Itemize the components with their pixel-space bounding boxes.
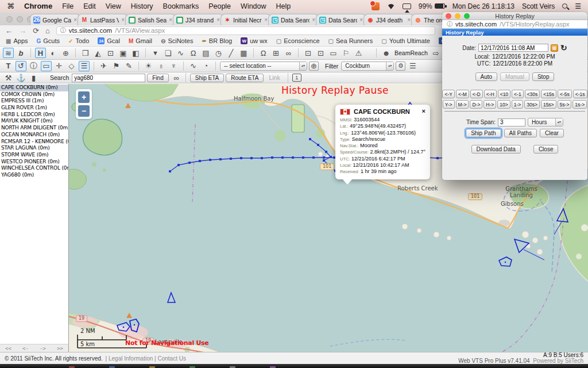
filter-settings-icon[interactable]: ⚙ xyxy=(396,62,405,71)
filter-select[interactable]: Cockburn▴▾ xyxy=(341,62,394,71)
vessel-row[interactable]: GLEN ROVER (1m) xyxy=(0,105,68,112)
flagpole-icon[interactable]: ⚑ xyxy=(111,61,122,71)
wifi-icon[interactable] xyxy=(387,4,395,13)
step-back-day-button[interactable]: <-D xyxy=(470,90,483,98)
reports-icon[interactable]: ⊞ xyxy=(270,48,281,58)
vessel-row[interactable]: OCEAN MONARCH (0m) xyxy=(0,132,68,139)
vessel-row[interactable]: STAR LAGUNA (0m) xyxy=(0,145,68,152)
menu-history[interactable]: History xyxy=(131,2,153,10)
layers-icon[interactable]: ≋ xyxy=(3,48,14,58)
calendar-picker-icon[interactable]: ▦ xyxy=(551,44,558,52)
download-data-button[interactable]: Download Data xyxy=(471,145,521,154)
time-span-unit-select[interactable]: Hours▴▾ xyxy=(528,118,563,126)
ship-icon[interactable]: ⚓ xyxy=(16,72,26,83)
step-back-30s-button[interactable]: <30s xyxy=(525,90,540,98)
menu-view[interactable]: View xyxy=(106,2,121,10)
minimize-window-button[interactable] xyxy=(455,13,461,19)
tab-google-calendar[interactable]: 26Google Ca× xyxy=(30,14,80,25)
globe-grid-icon[interactable]: ⊕ xyxy=(60,48,71,58)
chart-line-icon[interactable]: ∿ xyxy=(188,61,199,71)
step-back-year-button[interactable]: <-Y xyxy=(442,90,454,98)
step-fwd-hour-button[interactable]: H-> xyxy=(483,100,496,109)
bookmark-todo[interactable]: ✓Todo xyxy=(68,37,89,44)
step-fwd-day-button[interactable]: D-> xyxy=(470,100,482,109)
close-button[interactable]: Close xyxy=(533,145,559,154)
tab-close-icon[interactable]: × xyxy=(121,17,125,23)
vessel-row[interactable]: NORTH ARM DILIGENT (0m) xyxy=(0,125,68,132)
battery-indicator[interactable]: 99% xyxy=(419,2,445,10)
menu-people[interactable]: People xyxy=(208,2,231,10)
zoom-out-button[interactable]: − xyxy=(78,105,90,117)
tab-close-icon[interactable]: × xyxy=(216,17,220,23)
menu-help[interactable]: Help xyxy=(276,2,291,10)
popup-close-icon[interactable]: × xyxy=(422,108,425,114)
step-fwd-30s-button[interactable]: 30s> xyxy=(524,100,540,109)
bookmark-sea-runners[interactable]: ▢Sea Runners xyxy=(328,37,373,44)
forward-button[interactable]: → xyxy=(19,26,26,35)
database-table-icon[interactable]: ▦ xyxy=(238,48,249,58)
flag-icon[interactable]: ⚐ xyxy=(341,48,351,58)
step-back-15s-button[interactable]: <15s xyxy=(541,90,556,98)
bookmark-uw-wx[interactable]: Wuw wx xyxy=(241,37,268,44)
vessel-row[interactable]: MAYUK KNIGHT (0m) xyxy=(0,118,68,125)
measure-icon[interactable]: ╱ xyxy=(226,48,237,58)
step-fwd-1-button[interactable]: 1-> xyxy=(512,100,524,109)
tab-close-icon[interactable]: × xyxy=(407,17,411,23)
tab-lastpass[interactable]: MLastPass V× xyxy=(78,14,128,25)
list-icon[interactable]: ☰ xyxy=(79,61,90,71)
home-button[interactable]: ⌂ xyxy=(45,26,50,35)
menu-chrome[interactable]: Chrome xyxy=(24,2,52,10)
tab-initial-necr[interactable]: ✶Initial Necr× xyxy=(220,14,271,25)
time-span-input[interactable] xyxy=(498,118,525,126)
bookmark-scinotes[interactable]: ⊖SciNotes xyxy=(161,37,193,44)
select-region-icon[interactable]: ❏ xyxy=(163,48,173,58)
bookmark-gcal[interactable]: 24Gcal xyxy=(98,37,120,44)
menu-bookmarks[interactable]: Bookmarks xyxy=(163,2,199,10)
notification-center-icon[interactable]: ☰ xyxy=(575,2,581,10)
tab-data-search-1[interactable]: ◳Data Searc× xyxy=(268,14,319,25)
zoom-in-button[interactable]: + xyxy=(78,91,90,103)
seamark-icon[interactable]: ♆ xyxy=(168,61,179,71)
bing-maps-icon[interactable]: b xyxy=(16,48,26,58)
menubar-user[interactable]: Scott Veirs xyxy=(522,2,555,10)
gauge-icon[interactable]: ◔ xyxy=(200,61,211,71)
refresh-icon[interactable]: ↻ xyxy=(560,43,567,52)
menubar-clock[interactable]: Mon Dec 26 1:18:13 xyxy=(452,2,514,10)
apple-menu-icon[interactable]: ⌘ xyxy=(7,2,14,10)
plane-icon[interactable]: ✈ xyxy=(98,61,109,71)
step-fwd-5s-button[interactable]: 5s-> xyxy=(558,100,572,109)
tab-salish-sea[interactable]: ▦Salish Sea× xyxy=(125,14,176,25)
replay-titlebar[interactable]: History Replay xyxy=(442,12,587,20)
find-button[interactable]: Find xyxy=(147,74,168,82)
bell-icon[interactable]: Ω xyxy=(188,48,199,58)
app-notification-icon[interactable] xyxy=(372,2,380,10)
tab-close-icon[interactable]: × xyxy=(264,17,268,23)
site-info-icon[interactable]: ⓘ xyxy=(447,20,452,28)
warning-icon[interactable]: ⚠ xyxy=(353,48,364,58)
bookmark-apps[interactable]: ▦Apps xyxy=(6,37,28,44)
step-fwd-10-button[interactable]: 10> xyxy=(497,100,510,109)
tab-j34-strand[interactable]: ▦J34 strand× xyxy=(173,14,223,25)
callout-icon[interactable]: ▭ xyxy=(41,61,52,71)
tools-icon[interactable]: ⚒ xyxy=(3,72,14,83)
replay-address-bar[interactable]: ⓘ vts.siitech.com /VTS/HistoryReplay.asp… xyxy=(442,20,587,29)
zoom-window-button[interactable] xyxy=(464,13,470,19)
zoom-previous-icon[interactable]: ◭ xyxy=(92,48,103,58)
polygon-icon[interactable]: ◇ xyxy=(66,61,77,71)
pager-first[interactable]: << xyxy=(5,346,11,351)
ship-names-icon[interactable]: H xyxy=(35,48,46,58)
pencil-icon[interactable]: ✎ xyxy=(123,61,134,71)
step-back-1s-button[interactable]: <-1s xyxy=(573,90,587,98)
bookmark-br-blog[interactable]: ✒BR Blog xyxy=(202,37,232,44)
zoom-full-icon[interactable]: ▣ xyxy=(118,48,129,58)
camera-icon[interactable]: ⊡ xyxy=(315,48,326,58)
route-eta-button[interactable]: Route ETA xyxy=(226,74,264,82)
locate-icon[interactable]: ⊕ xyxy=(309,62,319,71)
tab-close-icon[interactable]: × xyxy=(359,17,363,23)
vessel-row[interactable]: HERB L LEDCOR (0m) xyxy=(0,112,68,118)
vessel-row[interactable]: WINCHELSEA CONTROL (0m) xyxy=(0,165,68,172)
fuel-icon[interactable]: ▮ xyxy=(28,72,39,83)
undo-icon[interactable]: ↺ xyxy=(16,61,26,71)
tracks-icon[interactable]: ∿ xyxy=(175,48,186,58)
voyage-loop-icon[interactable]: ∞ xyxy=(283,48,294,58)
